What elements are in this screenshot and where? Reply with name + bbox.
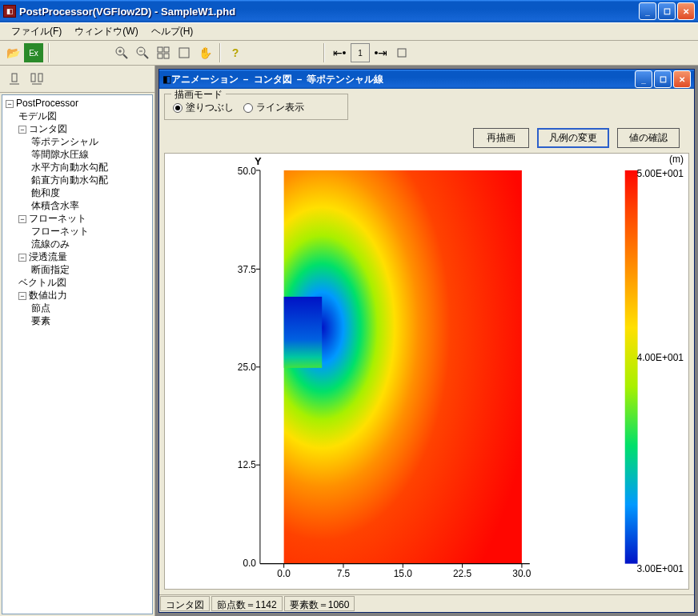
radio-fill-label: 塗りつぶし <box>186 101 234 114</box>
zoom-out-icon[interactable] <box>133 43 152 62</box>
legend-change-button[interactable]: 凡例の変更 <box>537 128 609 148</box>
radio-fill[interactable]: 塗りつぶし <box>173 101 234 114</box>
chart-canvas: Y <box>164 153 689 590</box>
tree-flownet[interactable]: フローネット <box>29 213 86 224</box>
svg-rect-11 <box>179 48 189 58</box>
svg-rect-10 <box>164 54 169 58</box>
status-nodes: 節点数＝1142 <box>211 596 283 611</box>
toolbar-separator <box>48 43 50 62</box>
frame-number-icon[interactable]: 1 <box>351 43 370 62</box>
svg-text:30.0: 30.0 <box>512 568 531 579</box>
y-axis-label: Y <box>255 155 262 167</box>
legend-min: 3.00E+001 <box>637 563 684 574</box>
radio-line[interactable]: ライン表示 <box>243 101 304 114</box>
tree-vector[interactable]: ベクトル図 <box>18 277 66 288</box>
tree-tool1-icon[interactable] <box>5 70 24 89</box>
svg-rect-15 <box>31 74 35 82</box>
tree-tool2-icon[interactable] <box>27 70 46 89</box>
svg-text:15.0: 15.0 <box>394 568 412 579</box>
tree-saturation[interactable]: 飽和度 <box>31 187 60 198</box>
svg-line-5 <box>144 54 148 58</box>
radio-line-label: ライン表示 <box>256 101 304 114</box>
inner-statusbar: コンタ図 節点数＝1142 要素数＝1060 <box>159 594 694 612</box>
tree-toggle[interactable]: − <box>18 292 26 300</box>
tree-volwater[interactable]: 体積含水率 <box>31 200 79 211</box>
tree-streamlines[interactable]: 流線のみ <box>31 238 70 250</box>
pan-icon[interactable]: ✋ <box>195 43 215 62</box>
window-title: PostProcessor(VGFlow2D) - SampleW1.phd <box>19 6 639 18</box>
tree-node[interactable]: 節点 <box>31 302 50 314</box>
stop-icon[interactable] <box>392 43 411 62</box>
grid-icon[interactable] <box>154 43 173 62</box>
draw-mode-group: 描画モード 塗りつぶし ライン表示 <box>164 94 348 120</box>
tree-pane: −PostProcessor モデル図 −コンタ図 等ポテンシャル 等間隙水圧線… <box>0 66 155 616</box>
tree-porewater[interactable]: 等間隙水圧線 <box>31 149 89 160</box>
legend-unit: (m) <box>669 154 684 165</box>
svg-rect-9 <box>158 54 162 58</box>
group-legend: 描画モード <box>171 89 226 102</box>
tree-equipotential[interactable]: 等ポテンシャル <box>31 136 98 147</box>
svg-text:50.0: 50.0 <box>238 166 256 177</box>
tree-flownet-item[interactable]: フローネット <box>31 226 89 237</box>
minimize-button[interactable]: _ <box>639 2 656 20</box>
tree-toggle[interactable]: − <box>18 215 26 223</box>
inner-minimize-button[interactable]: _ <box>635 70 652 88</box>
help-icon[interactable]: ? <box>226 43 245 62</box>
svg-rect-13 <box>12 74 17 82</box>
tree-vgrad[interactable]: 鉛直方向動水勾配 <box>31 174 108 186</box>
status-label: コンタ図 <box>160 596 210 611</box>
inner-close-button[interactable]: ✕ <box>673 70 691 88</box>
svg-rect-19 <box>284 297 323 368</box>
inner-maximize-button[interactable]: ☐ <box>654 70 672 88</box>
tree-hgrad[interactable]: 水平方向動水勾配 <box>31 162 108 173</box>
exit-icon[interactable]: Ex <box>24 43 43 62</box>
toolbar-separator <box>219 43 221 62</box>
svg-text:0.0: 0.0 <box>277 568 291 579</box>
svg-rect-12 <box>398 49 406 57</box>
main-titlebar: ◧ PostProcessor(VGFlow2D) - SampleW1.phd… <box>0 0 698 22</box>
menu-file[interactable]: ファイル(F) <box>5 23 68 40</box>
first-frame-icon[interactable]: ⇤• <box>330 43 349 62</box>
svg-text:0.0: 0.0 <box>243 557 256 568</box>
tree-model[interactable]: モデル図 <box>18 110 57 122</box>
zoom-in-icon[interactable] <box>112 43 131 62</box>
mdi-area: ◧ アニメーション － コンタ図 － 等ポテンシャル線 _ ☐ ✕ 描画モード … <box>155 66 698 616</box>
tree-seepage[interactable]: 浸透流量 <box>29 251 67 262</box>
svg-rect-7 <box>158 47 162 52</box>
redraw-button[interactable]: 再描画 <box>473 128 529 148</box>
tree-root[interactable]: PostProcessor <box>16 98 78 109</box>
svg-text:37.5: 37.5 <box>238 263 256 274</box>
legend-max: 5.00E+001 <box>637 168 684 179</box>
tree-toggle[interactable]: − <box>18 126 26 134</box>
tree-toggle[interactable]: − <box>6 100 14 108</box>
menu-help[interactable]: ヘルプ(H) <box>145 23 200 40</box>
close-button[interactable]: ✕ <box>677 2 695 20</box>
legend-mid: 4.00E+001 <box>637 352 684 363</box>
menubar: ファイル(F) ウィンドウ(W) ヘルプ(H) <box>0 22 698 40</box>
svg-rect-8 <box>164 47 169 52</box>
svg-text:22.5: 22.5 <box>453 568 471 579</box>
tree-section[interactable]: 断面指定 <box>31 264 70 275</box>
app-icon: ◧ <box>3 5 16 18</box>
tree-output[interactable]: 数値出力 <box>29 290 67 301</box>
svg-rect-41 <box>625 170 638 564</box>
last-frame-icon[interactable]: •⇥ <box>371 43 391 62</box>
contour-svg: 50.0 37.5 25.0 12.5 0.0 0.0 7.5 15.0 22.… <box>165 154 688 589</box>
svg-rect-16 <box>38 74 42 82</box>
svg-line-1 <box>123 54 127 58</box>
value-check-button[interactable]: 値の確認 <box>617 128 680 148</box>
tree-toggle[interactable]: − <box>18 254 26 262</box>
tree-view[interactable]: −PostProcessor モデル図 −コンタ図 等ポテンシャル 等間隙水圧線… <box>4 97 150 327</box>
svg-text:7.5: 7.5 <box>337 568 351 579</box>
inner-window-title: アニメーション － コンタ図 － 等ポテンシャル線 <box>171 73 635 86</box>
tree-element[interactable]: 要素 <box>31 315 50 326</box>
app-icon: ◧ <box>162 74 171 85</box>
svg-text:25.0: 25.0 <box>238 362 256 373</box>
tree-contour[interactable]: コンタ図 <box>29 123 67 134</box>
fit-icon[interactable] <box>174 43 194 62</box>
open-icon[interactable]: 📂 <box>3 43 22 62</box>
menu-window[interactable]: ウィンドウ(W) <box>68 23 144 40</box>
main-toolbar: 📂 Ex ✋ ? ⇤• 1 •⇥ <box>0 40 698 66</box>
status-elements: 要素数＝1060 <box>284 596 355 611</box>
maximize-button[interactable]: ☐ <box>658 2 676 20</box>
